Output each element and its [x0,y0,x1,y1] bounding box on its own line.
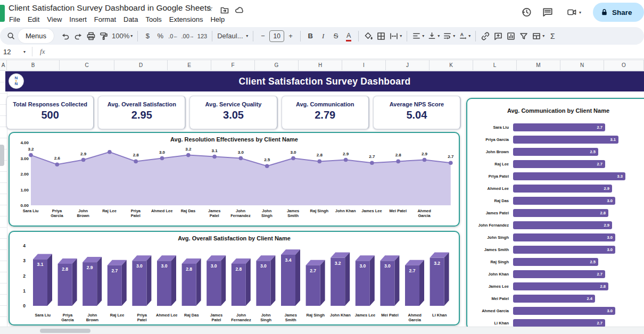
percent-format-icon[interactable]: % [154,29,167,43]
horizontal-align-icon[interactable]: ▾ [410,29,426,43]
menu-format[interactable]: Format [90,14,120,24]
column-header-G[interactable]: G [255,60,299,70]
kpi-card-0[interactable]: Total Responses Collected500 [6,96,94,129]
column-header-B[interactable]: B [7,60,60,70]
menu-tools[interactable]: Tools [142,14,165,24]
functions-icon[interactable]: Σ [546,29,559,43]
hbar-value-label: 2.5 [590,260,596,264]
text-color-icon[interactable]: A [342,29,355,43]
insert-comment-icon[interactable] [492,29,505,43]
column-header-J[interactable]: J [386,60,430,70]
redo-icon[interactable] [72,29,85,43]
move-folder-icon[interactable] [220,5,229,15]
data-point [108,150,112,154]
resolution-effectiveness-chart[interactable]: Avg. Resolution Effectiveness by Client … [9,132,460,227]
overall-satisfaction-chart[interactable]: Avg. Overall Satisfaction by Client Name… [9,231,460,325]
currency-format-icon[interactable]: $ [141,29,154,43]
column-header-M[interactable]: M [517,60,560,70]
paint-format-icon[interactable] [97,29,110,43]
font-select[interactable]: Defaul...▾ [216,29,250,43]
fill-color-icon[interactable] [362,29,375,43]
x-axis-label: JamesPatel [204,313,229,323]
print-icon[interactable] [85,29,97,43]
increase-font-size-icon[interactable]: + [284,29,297,43]
data-point [344,158,348,162]
undo-icon[interactable] [59,29,72,43]
name-box[interactable]: 12 [0,48,22,56]
menu-data[interactable]: Data [120,14,142,24]
column-header-O[interactable]: O [604,60,644,70]
hbar-bar: 2.7 [513,270,605,278]
merge-cells-icon[interactable]: ▾ [387,29,403,43]
meet-video-icon[interactable]: ▾ [562,5,585,19]
y-tick: 4.00 [20,141,29,145]
horizontal-scrollbar-thumb[interactable] [40,329,90,333]
kpi-card-3[interactable]: Avg. Communication2.79 [282,96,369,129]
strikethrough-icon[interactable]: S [329,29,342,43]
data-point [239,156,243,161]
kpi-card-2[interactable]: Avg. Service Quality3.05 [189,96,277,129]
cloud-status-icon[interactable] [234,5,244,15]
data-label: 2.6 [54,156,61,161]
menu-extensions[interactable]: Extensions [166,14,207,24]
menu-help[interactable]: Help [207,14,228,24]
column-header-D[interactable]: D [114,60,168,70]
share-button[interactable]: Share [593,3,644,22]
dashboard-banner[interactable]: N t N Client Satisfaction Survey Dashboa… [5,71,644,91]
data-point [318,160,322,164]
vertical-scrollbar-thumb[interactable] [0,145,4,166]
spreadsheet-grid[interactable]: N t N Client Satisfaction Survey Dashboa… [0,71,644,327]
x-axis-label: James Lee [359,208,385,219]
dashboard-title: Client Satisfaction Survey Dashboard [239,76,411,87]
hbar-row: Priya Garcia3.1 [467,133,644,146]
text-rotation-icon[interactable]: A▾ [457,29,472,43]
column-header-E[interactable]: E [168,60,211,70]
number-format-icon[interactable]: 123 [196,29,209,43]
italic-icon[interactable]: I [317,29,329,43]
insert-link-icon[interactable] [479,29,492,43]
star-icon[interactable]: ☆ [206,4,213,13]
column-header-I[interactable]: I [342,60,386,70]
borders-icon[interactable] [375,29,387,43]
column-headers: ABCDEFGHIJKLMNO [0,60,644,71]
column-header-F[interactable]: F [211,60,255,70]
menu-edit[interactable]: Edit [24,14,43,24]
insert-chart-icon[interactable] [505,29,517,43]
decrease-decimal-icon[interactable]: .0← [167,29,179,43]
area-chart-plot: 4.003.002.001.000.003.22.62.92.83.03.23.… [10,141,459,211]
kpi-card-1[interactable]: Avg. Overall Satisfaction2.95 [98,96,186,129]
kpi-card-4[interactable]: Average NPS Score5.04 [373,96,461,129]
menus-button[interactable]: Menus [18,29,54,43]
filter-icon[interactable] [517,29,530,43]
meet-caret-icon[interactable]: ▾ [579,10,581,15]
communication-chart[interactable]: Avg. Communication by Client Name Sara L… [466,98,644,330]
column-header-A[interactable]: A [0,60,7,70]
horizontal-scrollbar-track[interactable] [0,327,644,334]
menu-view[interactable]: View [43,14,65,24]
document-title[interactable]: Client Satisfaction Survey Dashboard in … [9,3,211,13]
table-views-icon[interactable]: ▾ [530,29,546,43]
comments-icon[interactable] [541,5,555,19]
font-size-input[interactable]: 10 [269,30,284,42]
menu-file[interactable]: File [5,14,24,24]
version-history-icon[interactable] [519,5,533,19]
hbar-row: Raj Das3.0 [467,195,644,207]
menu-insert[interactable]: Insert [65,14,90,24]
zoom-select[interactable]: 100%▾ [110,29,134,43]
kpi-label: Avg. Service Quality [205,101,262,107]
column-header-L[interactable]: L [473,60,517,70]
name-box-caret-icon[interactable]: ▾ [23,49,26,54]
bold-icon[interactable]: B [304,29,317,43]
column-header-H[interactable]: H [299,60,342,70]
vertical-align-icon[interactable]: ▾ [426,29,441,43]
company-logo: N t N [9,73,24,89]
column-header-C[interactable]: C [60,60,114,70]
column-header-N[interactable]: N [560,60,604,70]
decrease-font-size-icon[interactable]: − [257,29,269,43]
sheets-logo-icon[interactable] [0,5,5,22]
search-icon[interactable] [4,29,17,43]
x-axis-label: JohnBrown [70,208,96,219]
text-wrap-icon[interactable]: ▾ [441,29,457,43]
increase-decimal-icon[interactable]: .00→ [179,29,195,43]
column-header-K[interactable]: K [430,60,473,70]
